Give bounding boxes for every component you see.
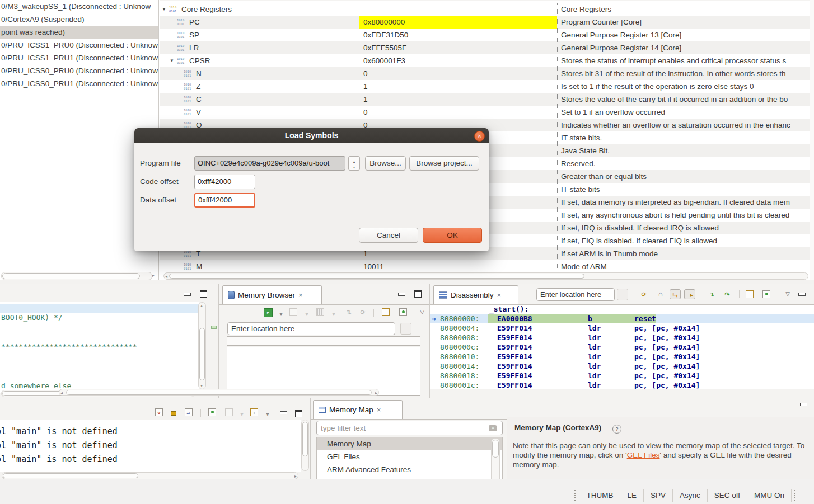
- refresh-view-icon[interactable]: ⟳: [640, 290, 648, 298]
- register-row[interactable]: ▼ 10100101 N 0 Stores bit 31 of the resu…: [160, 67, 814, 80]
- maximize-icon[interactable]: [295, 410, 302, 417]
- console-horizontal-scrollbar[interactable]: ▸: [2, 472, 298, 479]
- code-offset-input[interactable]: 0xfff42000: [194, 175, 255, 189]
- register-row[interactable]: ▼ 10100101 CPSR 0x600001F3 Stores the st…: [160, 54, 814, 67]
- memory-map-list-scrollbar[interactable]: ▴ ▾: [491, 438, 500, 479]
- register-row[interactable]: ▼ 10100101 Z 1 Is set to 1 if the result…: [160, 80, 814, 93]
- step-return-icon[interactable]: ↷: [723, 290, 731, 298]
- scroll-up-icon[interactable]: ▴: [200, 303, 203, 308]
- editor-annotation-marker[interactable]: [211, 326, 217, 329]
- editor-content[interactable]: BOOT0_HOOK) */ *************************…: [0, 302, 199, 393]
- gel-files-link[interactable]: GEL Files: [627, 451, 660, 459]
- register-value[interactable]: 1: [359, 93, 557, 106]
- register-value[interactable]: 0x600001F3: [359, 54, 557, 67]
- dropdown-icon[interactable]: ▾: [264, 410, 272, 418]
- disassembly-line[interactable]: → 80800000:EA0000B8breset: [430, 314, 814, 323]
- view-menu-icon[interactable]: ▽: [784, 290, 792, 298]
- column-divider-description[interactable]: [557, 3, 558, 274]
- register-row[interactable]: ▼ 10100101 M 10011 Mode of ARM: [160, 260, 814, 273]
- debug-tree-item[interactable]: 0/PRU_ICSS0_PRU1 (Disconnected : Unknow: [0, 77, 158, 90]
- tab-memory-browser[interactable]: Memory Browser ×: [222, 285, 322, 304]
- minimize-icon[interactable]: [798, 293, 806, 296]
- register-value[interactable]: 1: [359, 80, 557, 93]
- scroll-down-icon[interactable]: ▾: [200, 383, 203, 388]
- close-icon[interactable]: ×: [497, 291, 502, 299]
- memory-location-input[interactable]: [227, 322, 395, 335]
- status-drag-handle[interactable]: [794, 490, 797, 501]
- close-icon[interactable]: ×: [298, 291, 303, 299]
- ok-button[interactable]: OK: [423, 228, 482, 243]
- disassembly-location-input[interactable]: [536, 288, 615, 301]
- pin-view-icon[interactable]: [399, 308, 407, 316]
- editor-vertical-scrollbar[interactable]: ▴ ▾: [198, 302, 206, 389]
- disassembly-content[interactable]: _start(): → 80800000:EA0000B8breset → 80…: [430, 305, 814, 389]
- disassembly-line[interactable]: → 8080000c:E59FF014ldrpc, [pc, #0x14]: [430, 342, 814, 352]
- pin-console-icon[interactable]: [208, 408, 216, 416]
- status-drag-handle[interactable]: [574, 490, 577, 501]
- view-menu-icon[interactable]: ▽: [418, 308, 426, 316]
- console-output[interactable]: ol "main" is not defined ol "main" is no…: [0, 420, 301, 472]
- register-value[interactable]: 0: [359, 67, 557, 80]
- register-value[interactable]: 0xFDF31D50: [359, 29, 557, 41]
- new-tab-icon[interactable]: [382, 308, 390, 316]
- sync-with-pc-icon[interactable]: ⇆: [670, 289, 681, 299]
- maximize-icon[interactable]: [414, 290, 422, 298]
- data-offset-input[interactable]: 0xfff42000: [194, 193, 255, 208]
- minimize-icon[interactable]: [280, 411, 287, 414]
- debug-tree-item[interactable]: 0/CortexA9 (Suspended): [0, 13, 158, 26]
- debug-tree-item[interactable]: 0/PRU_ICSS1_PRU0 (Disconnected : Unknow: [0, 39, 158, 51]
- register-row[interactable]: ▼ 10100101 LR 0xFFF5505F General Purpose…: [160, 41, 814, 54]
- new-view-icon[interactable]: [746, 290, 754, 298]
- register-row[interactable]: ▼ 10100101 PC 0x80800000 Program Counter…: [160, 16, 814, 29]
- register-row[interactable]: ▼ 10100101 Core Registers Core Registers: [160, 3, 814, 16]
- maximize-icon[interactable]: [200, 290, 207, 298]
- open-console-icon[interactable]: +: [250, 408, 258, 416]
- browse-project-button[interactable]: Browse project...: [409, 156, 479, 171]
- disassembly-line[interactable]: → 8080001c:E59FF014ldrpc, [pc, #0x14]: [430, 380, 814, 389]
- register-row[interactable]: ▼ 10100101 V 0 Set to 1 if an overflow o…: [160, 106, 814, 119]
- filter-input[interactable]: [316, 421, 503, 435]
- disassembly-line[interactable]: → 80800004:E59FF014ldrpc, [pc, #0x14]: [430, 323, 814, 333]
- tab-memory-map[interactable]: Memory Map ×: [313, 400, 403, 419]
- clear-console-icon[interactable]: ×: [155, 408, 163, 416]
- disassembly-line[interactable]: → 80800008:E59FF014ldrpc, [pc, #0x14]: [430, 333, 814, 342]
- register-value[interactable]: 0x80800000: [359, 16, 557, 29]
- close-icon[interactable]: ×: [377, 406, 381, 413]
- scroll-left-icon[interactable]: ◂: [60, 390, 63, 395]
- debug-tree-item[interactable]: 0/M3_wakeupSS_1 (Disconnected : Unknow: [0, 0, 158, 13]
- scroll-right-icon[interactable]: ▸: [375, 390, 377, 395]
- scroll-right-icon[interactable]: ▸: [152, 273, 155, 278]
- pin-view-icon[interactable]: [762, 290, 770, 298]
- dialog-close-icon[interactable]: ×: [474, 131, 485, 142]
- tab-disassembly[interactable]: Disassembly ×: [433, 285, 518, 304]
- console-vertical-scrollbar[interactable]: [301, 420, 309, 471]
- tree-horizontal-scrollbar[interactable]: [1, 272, 152, 280]
- scroll-left-icon[interactable]: ◂: [165, 274, 167, 279]
- expand-arrow-icon[interactable]: ▼: [170, 54, 177, 67]
- scroll-lock-icon[interactable]: [170, 408, 177, 416]
- browse-button[interactable]: Browse...: [365, 156, 406, 171]
- disassembly-line[interactable]: → 80800014:E59FF014ldrpc, [pc, #0x14]: [430, 361, 814, 371]
- help-icon[interactable]: ?: [612, 425, 621, 434]
- home-icon[interactable]: ⌂: [657, 290, 665, 298]
- word-wrap-icon[interactable]: ↵: [185, 408, 193, 416]
- expand-arrow-icon[interactable]: ▼: [162, 3, 169, 16]
- register-value[interactable]: [359, 3, 557, 16]
- cancel-button[interactable]: Cancel: [359, 228, 418, 243]
- memory-map-list-item[interactable]: GEL Files: [317, 450, 502, 463]
- program-file-spinner[interactable]: ▴▾: [348, 156, 360, 171]
- step-into-icon[interactable]: ↴: [708, 290, 715, 298]
- disassembly-horizontal-scrollbar[interactable]: ◂ ▸: [59, 389, 379, 396]
- register-value[interactable]: 0: [359, 106, 557, 119]
- memory-map-list-item[interactable]: Memory Map: [317, 437, 502, 450]
- disassembly-line[interactable]: → 80800010:E59FF014ldrpc, [pc, #0x14]: [430, 352, 814, 361]
- program-file-input[interactable]: OINC+029e4c009a-g029e4c009a/u-boot: [194, 156, 345, 171]
- dropdown-icon[interactable]: ▾: [277, 310, 285, 318]
- scroll-right-icon[interactable]: ▸: [294, 474, 297, 479]
- disassembly-line[interactable]: → 80800018:E59FF014ldrpc, [pc, #0x14]: [430, 371, 814, 380]
- minimize-icon[interactable]: [184, 293, 191, 296]
- clear-filter-icon[interactable]: ×: [489, 425, 497, 431]
- minimize-icon[interactable]: [398, 293, 405, 296]
- dialog-title[interactable]: Load Symbols: [134, 128, 489, 143]
- debug-tree-item[interactable]: 0/PRU_ICSS0_PRU0 (Disconnected : Unknow: [0, 64, 158, 77]
